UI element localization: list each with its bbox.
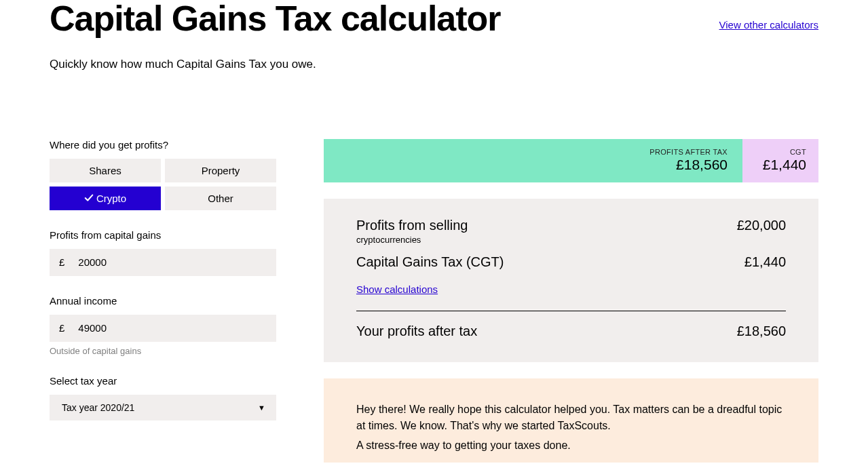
form-panel: Where did you get profits? Shares Proper… [50, 139, 276, 439]
summary-bar: PROFITS AFTER TAX £18,560 CGT £1,440 [324, 139, 818, 182]
breakdown-profits-sub: cryptocurrencies [356, 235, 468, 245]
source-crypto-button[interactable]: Crypto [50, 187, 161, 210]
currency-prefix: £ [50, 256, 74, 268]
source-crypto-label: Crypto [96, 193, 126, 204]
breakdown-after-tax-title: Your profits after tax [356, 324, 477, 339]
summary-cgt-value: £1,440 [763, 157, 806, 173]
breakdown-card: Profits from selling cryptocurrencies £2… [324, 199, 818, 362]
promo-text-2: A stress-free way to getting your taxes … [356, 437, 786, 454]
income-input-label: Annual income [50, 295, 276, 307]
source-other-button[interactable]: Other [165, 187, 276, 210]
breakdown-after-tax-amount: £18,560 [737, 324, 786, 339]
summary-profits-segment: PROFITS AFTER TAX £18,560 [324, 139, 742, 182]
tax-year-label: Select tax year [50, 375, 276, 387]
profits-input-wrap: £ [50, 249, 276, 276]
summary-cgt-segment: CGT £1,440 [742, 139, 818, 182]
income-input-wrap: £ [50, 315, 276, 342]
summary-profits-value: £18,560 [676, 157, 728, 173]
divider [356, 311, 786, 311]
breakdown-profits-title: Profits from selling [356, 218, 468, 233]
currency-prefix: £ [50, 322, 74, 334]
tax-year-select[interactable]: Tax year 2020/21 [50, 395, 276, 420]
profits-source-label: Where did you get profits? [50, 139, 276, 151]
source-shares-button[interactable]: Shares [50, 159, 161, 182]
summary-profits-label: PROFITS AFTER TAX [649, 148, 728, 156]
check-icon [84, 193, 94, 203]
profits-source-toggle: Shares Property Crypto Other [50, 159, 276, 210]
breakdown-cgt-title: Capital Gains Tax (CGT) [356, 254, 504, 270]
source-property-button[interactable]: Property [165, 159, 276, 182]
view-other-calculators-link[interactable]: View other calculators [719, 19, 818, 31]
breakdown-cgt-amount: £1,440 [744, 254, 786, 270]
page-title: Capital Gains Tax calculator [50, 0, 501, 37]
profits-input-label: Profits from capital gains [50, 229, 276, 241]
profits-input[interactable] [74, 249, 276, 276]
results-panel: PROFITS AFTER TAX £18,560 CGT £1,440 Pro… [324, 139, 818, 463]
page-subtitle: Quickly know how much Capital Gains Tax … [50, 58, 818, 71]
promo-card: Hey there! We really hope this calculato… [324, 378, 818, 463]
show-calculations-link[interactable]: Show calculations [356, 283, 438, 295]
tax-year-select-wrap: Tax year 2020/21 ▼ [50, 395, 276, 420]
income-input[interactable] [74, 315, 276, 342]
summary-cgt-label: CGT [790, 148, 806, 156]
promo-text-1: Hey there! We really hope this calculato… [356, 402, 786, 435]
income-hint: Outside of capital gains [50, 346, 276, 356]
breakdown-profits-amount: £20,000 [737, 218, 786, 233]
